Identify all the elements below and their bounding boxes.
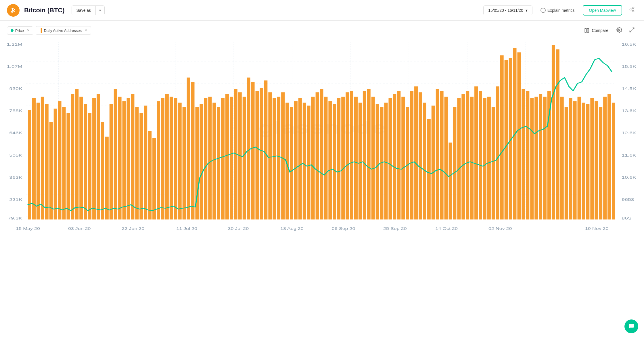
settings-button[interactable] [614,25,624,36]
svg-rect-97 [268,92,272,219]
date-range-button[interactable]: 15/05/20 - 16/11/20 ▾ [483,5,532,15]
svg-rect-5 [585,28,586,32]
date-range-label: 15/05/20 - 16/11/20 [488,8,523,13]
svg-rect-74 [170,97,173,219]
svg-rect-71 [157,101,160,219]
coin-title: Bitcoin (BTC) [24,7,65,14]
svg-rect-77 [183,107,186,219]
header: Bitcoin (BTC) Save as ▾ 15/05/20 - 16/11… [0,0,644,21]
svg-rect-48 [58,101,62,219]
price-metric-tag[interactable]: Price ✕ [7,26,33,35]
svg-rect-170 [582,103,585,219]
svg-rect-126 [393,94,396,219]
svg-rect-50 [66,113,70,219]
svg-rect-58 [101,122,104,219]
svg-rect-130 [410,91,413,219]
compare-button[interactable]: Compare [581,26,612,35]
svg-point-7 [619,29,620,31]
chart-svg-wrapper: 1.21M 1.07M 930K 788K 646K 505K 363K 221… [0,39,644,240]
open-mapview-button[interactable]: Open Mapview [583,5,622,16]
svg-rect-56 [92,98,96,219]
svg-rect-149 [492,107,495,219]
svg-rect-164 [556,49,559,219]
svg-rect-67 [139,113,143,219]
svg-text:19 Nov 20: 19 Nov 20 [585,227,609,231]
price-remove-icon[interactable]: ✕ [27,28,30,32]
svg-rect-55 [88,113,91,219]
svg-text:06 Sep 20: 06 Sep 20 [332,227,355,231]
svg-rect-57 [97,94,100,219]
svg-rect-92 [247,78,250,219]
svg-rect-117 [354,97,358,219]
svg-text:11.6K: 11.6K [622,153,636,157]
svg-rect-99 [277,97,280,219]
svg-rect-128 [401,97,405,219]
svg-rect-81 [200,104,203,219]
expand-button[interactable] [627,25,637,36]
svg-point-1 [630,9,631,10]
svg-rect-131 [414,86,418,219]
svg-text:788K: 788K [9,109,22,113]
svg-rect-138 [444,97,448,219]
svg-rect-49 [62,107,66,219]
svg-rect-75 [174,98,177,219]
svg-rect-66 [135,107,139,219]
svg-rect-61 [114,89,117,219]
svg-point-0 [633,7,634,9]
svg-rect-103 [294,101,298,219]
svg-rect-132 [419,92,422,219]
svg-text:18 Aug 20: 18 Aug 20 [280,227,304,231]
svg-text:15.5K: 15.5K [622,64,636,69]
svg-line-9 [630,30,632,32]
svg-rect-127 [397,91,400,219]
explain-metrics-label: Explain metrics [547,8,575,13]
svg-text:02 Nov 20: 02 Nov 20 [488,227,512,231]
svg-rect-65 [131,94,134,219]
svg-rect-137 [440,91,444,219]
svg-rect-52 [75,89,78,219]
svg-rect-152 [505,60,508,219]
svg-rect-122 [376,104,379,219]
svg-rect-135 [432,106,435,219]
svg-rect-78 [187,78,190,219]
svg-rect-41 [28,110,31,219]
svg-rect-141 [457,98,461,219]
svg-rect-85 [217,107,220,219]
svg-rect-88 [230,97,233,219]
svg-rect-140 [453,107,456,219]
svg-rect-169 [578,97,581,219]
svg-rect-82 [204,98,207,219]
explain-metrics-button[interactable]: i Explain metrics [537,5,578,15]
svg-rect-104 [298,98,302,219]
svg-rect-43 [37,103,40,219]
svg-rect-160 [539,94,542,219]
svg-rect-116 [350,91,353,219]
svg-rect-53 [79,97,83,219]
save-as-label[interactable]: Save as [72,6,96,15]
svg-text:363K: 363K [9,175,22,180]
svg-rect-113 [337,98,340,219]
svg-text:221K: 221K [9,197,22,202]
svg-rect-118 [359,103,362,219]
price-dot-icon [11,29,14,32]
svg-rect-76 [178,103,182,219]
daa-metric-tag[interactable]: ▐ Daily Active Addresses ✕ [36,26,91,35]
chart-toolbar: Price ✕ ▐ Daily Active Addresses ✕ Compa… [0,25,644,39]
save-as-button[interactable]: Save as ▾ [72,5,105,15]
svg-rect-68 [144,106,147,219]
svg-rect-176 [607,94,611,219]
svg-text:11 Jul 20: 11 Jul 20 [176,227,197,231]
svg-rect-95 [260,88,263,219]
svg-text:13.6K: 13.6K [622,109,636,113]
svg-rect-155 [517,52,521,219]
svg-rect-157 [526,91,529,219]
chevron-down-icon[interactable]: ▾ [96,6,104,15]
svg-rect-107 [311,97,315,219]
svg-rect-177 [612,103,615,219]
daa-remove-icon[interactable]: ✕ [85,28,87,32]
svg-rect-143 [466,91,469,219]
share-button[interactable] [627,4,637,16]
svg-text:930K: 930K [9,86,22,91]
svg-text:14.5K: 14.5K [622,86,636,91]
svg-rect-93 [251,82,255,219]
